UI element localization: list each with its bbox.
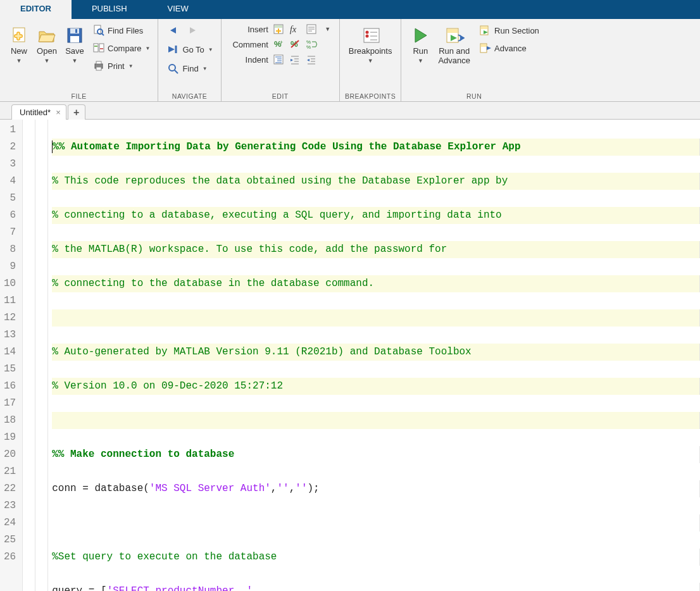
advance-button[interactable]: Advance	[477, 40, 542, 56]
section-label-edit: EDIT	[222, 92, 339, 100]
search-icon	[167, 62, 180, 75]
chevron-down-icon: ▼	[368, 58, 373, 64]
save-button[interactable]: Save▼	[61, 23, 89, 65]
svg-rect-14	[96, 67, 101, 70]
breakpoint-gutter[interactable]	[23, 120, 35, 591]
chevron-down-icon: ▼	[208, 47, 213, 53]
chevron-down-icon: ▼	[16, 58, 22, 64]
forward-button[interactable]	[184, 23, 201, 38]
insert-comment-button[interactable]	[305, 23, 318, 35]
close-icon[interactable]: ×	[56, 108, 61, 117]
svg-line-17	[175, 70, 178, 73]
comment-label: Comment	[227, 40, 268, 49]
tab-publish[interactable]: PUBLISH	[72, 0, 147, 19]
code-editor[interactable]: 1234567891011121314151617181920212223242…	[0, 120, 700, 591]
indent-decrease-button[interactable]	[305, 53, 318, 66]
chevron-down-icon: ▼	[44, 58, 50, 64]
run-advance-icon	[444, 25, 465, 46]
section-label-breakpoints: BREAKPOINTS	[340, 92, 401, 100]
back-button[interactable]	[165, 23, 182, 38]
svg-rect-19	[275, 25, 282, 28]
chevron-down-icon: ▼	[72, 58, 78, 64]
chevron-down-icon: ▼	[128, 63, 134, 69]
new-button[interactable]: New▼	[5, 23, 33, 65]
insert-section-button[interactable]	[272, 23, 285, 35]
toolstrip: New▼ Open▼ Save▼ Find Files Compare▼	[0, 19, 700, 102]
document-tabstrip: Untitled* × +	[0, 102, 700, 120]
line-number-gutter: 1234567891011121314151617181920212223242…	[0, 120, 23, 591]
find-files-button[interactable]: Find Files	[90, 23, 153, 38]
arrow-left-icon	[167, 24, 180, 37]
svg-text:fx: fx	[290, 25, 297, 34]
arrow-right-icon	[186, 24, 199, 37]
svg-rect-8	[94, 44, 98, 52]
document-tab-label: Untitled*	[20, 108, 51, 117]
section-label-run: RUN	[401, 92, 546, 100]
chevron-down-icon: ▼	[418, 58, 423, 64]
section-label-navigate: NAVIGATE	[158, 92, 220, 100]
play-icon	[410, 25, 430, 46]
section-edit: Insert fx ▼ Comment %+ % %% Indent	[222, 19, 340, 101]
run-section-button[interactable]: Run Section	[477, 23, 542, 38]
run-section-icon	[479, 24, 492, 37]
svg-line-7	[102, 34, 104, 35]
chevron-down-icon: ▼	[203, 66, 208, 72]
svg-rect-2	[70, 28, 79, 34]
svg-rect-13	[96, 61, 101, 64]
svg-point-16	[169, 65, 175, 71]
svg-rect-4	[75, 29, 77, 33]
section-run: Run▼ Run and Advance Run Section Advance…	[401, 19, 546, 101]
indent-increase-button[interactable]	[289, 53, 301, 66]
run-and-advance-button[interactable]: Run and Advance	[434, 23, 474, 67]
svg-rect-9	[99, 44, 104, 52]
fold-gutter[interactable]	[35, 120, 48, 591]
open-button[interactable]: Open▼	[33, 23, 61, 65]
find-files-icon	[92, 24, 105, 37]
svg-point-45	[366, 31, 369, 34]
svg-point-47	[366, 35, 369, 38]
svg-rect-10	[94, 46, 97, 47]
save-icon	[65, 25, 85, 46]
goto-icon	[167, 43, 180, 56]
svg-text:+: +	[280, 39, 283, 46]
compare-button[interactable]: Compare▼	[90, 40, 153, 56]
comment-remove-button[interactable]: %	[289, 38, 301, 51]
section-label-file: FILE	[0, 92, 158, 100]
breakpoints-icon	[360, 25, 380, 46]
advance-icon	[479, 42, 492, 54]
new-icon	[9, 25, 29, 46]
svg-rect-53	[481, 27, 487, 29]
indent-smart-button[interactable]	[272, 53, 285, 66]
svg-text:%: %	[306, 44, 311, 50]
svg-rect-55	[481, 44, 486, 47]
compare-icon	[92, 42, 105, 54]
section-breakpoints: Breakpoints▼ BREAKPOINTS	[340, 19, 402, 101]
svg-rect-3	[70, 36, 79, 42]
code-area[interactable]: %% Automate Importing Data by Generating…	[48, 120, 700, 591]
tab-editor[interactable]: EDITOR	[0, 0, 72, 19]
tab-view[interactable]: VIEW	[147, 0, 209, 19]
find-button[interactable]: Find▼	[165, 61, 215, 76]
folder-open-icon	[37, 25, 57, 46]
insert-label: Insert	[227, 25, 268, 34]
document-tab-untitled[interactable]: Untitled* ×	[11, 104, 66, 120]
comment-wrap-button[interactable]: %%	[305, 38, 318, 51]
section-navigate: Go To▼ Find▼ NAVIGATE	[158, 19, 221, 101]
add-document-button[interactable]: +	[68, 104, 85, 120]
comment-add-button[interactable]: %+	[272, 38, 285, 51]
insert-function-button[interactable]: fx	[289, 23, 301, 35]
indent-label: Indent	[227, 55, 268, 65]
print-icon	[92, 59, 105, 72]
section-file: New▼ Open▼ Save▼ Find Files Compare▼	[0, 19, 158, 101]
chevron-down-icon: ▼	[145, 46, 150, 51]
goto-button[interactable]: Go To▼	[165, 42, 215, 57]
run-button[interactable]: Run▼	[406, 23, 434, 65]
breakpoints-button[interactable]: Breakpoints▼	[345, 23, 396, 65]
insert-more-button[interactable]: ▼	[322, 23, 334, 35]
svg-rect-51	[447, 29, 458, 33]
print-button[interactable]: Print▼	[90, 58, 153, 73]
svg-rect-11	[100, 48, 103, 49]
main-tabstrip: EDITOR PUBLISH VIEW	[0, 0, 700, 19]
